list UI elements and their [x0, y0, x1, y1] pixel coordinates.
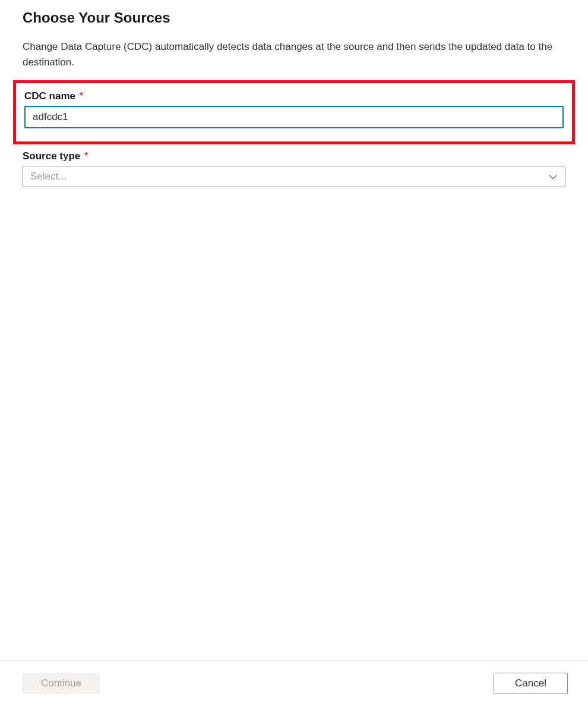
page-description: Change Data Capture (CDC) automatically … — [23, 39, 565, 70]
cdc-name-label: CDC name * — [24, 90, 564, 102]
source-type-label: Source type * — [23, 150, 565, 162]
source-type-label-text: Source type — [23, 150, 80, 162]
cdc-name-label-text: CDC name — [24, 90, 75, 102]
footer: Continue Cancel — [0, 660, 588, 706]
cdc-name-input[interactable] — [24, 106, 564, 128]
required-marker: * — [84, 150, 88, 162]
source-type-select[interactable]: Select... — [23, 166, 565, 187]
required-marker: * — [80, 90, 84, 102]
page-title: Choose Your Sources — [23, 10, 565, 26]
cdc-name-field-group: CDC name * — [24, 90, 564, 128]
cancel-button[interactable]: Cancel — [494, 673, 568, 694]
continue-button[interactable]: Continue — [23, 673, 100, 694]
cdc-name-highlight: CDC name * — [13, 80, 575, 144]
source-type-select-wrapper: Select... — [23, 166, 565, 187]
source-type-field-group: Source type * Select... — [23, 150, 565, 187]
